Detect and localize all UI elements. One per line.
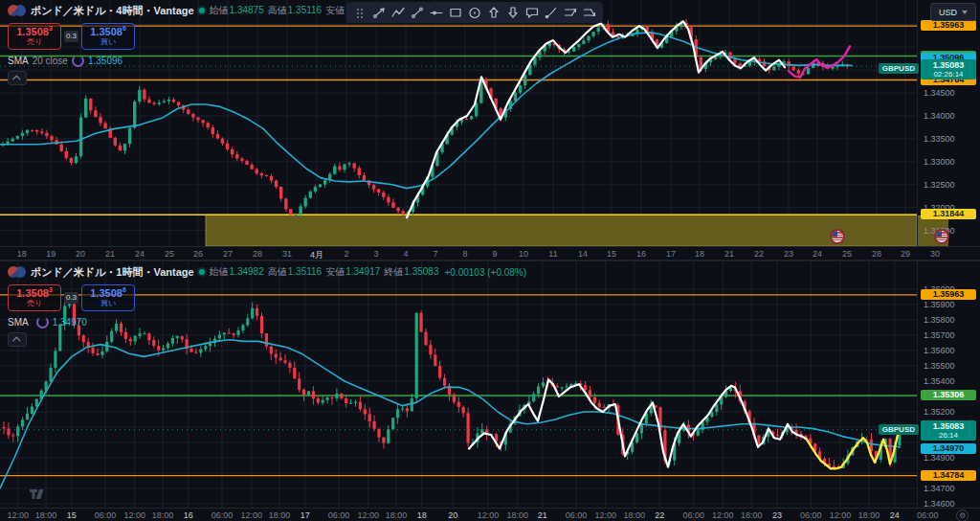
us-flag-event-icon[interactable] xyxy=(936,231,947,242)
time-tick-label: 18 xyxy=(417,510,427,520)
time-tick-label: 22 xyxy=(655,510,664,520)
callout-icon[interactable] xyxy=(523,4,541,21)
time-tick-label: 27 xyxy=(223,249,233,259)
chevron-down-icon xyxy=(962,11,968,14)
us-flag-event-icon[interactable] xyxy=(832,231,843,242)
price-tick-label: 1.32500 xyxy=(924,180,955,190)
price-tick-label: 1.34900 xyxy=(924,453,955,463)
chart-title[interactable]: ポンド／米ドル・4時間・Vantage xyxy=(31,4,194,18)
indicator-legend[interactable]: SMA 1.34970 xyxy=(8,316,526,328)
sell-button[interactable]: 1.35083 売り xyxy=(8,284,61,311)
time-tick-label: 15 xyxy=(67,510,77,520)
buy-button[interactable]: 1.35086 買い xyxy=(81,23,135,50)
time-tick-label: 12:00 xyxy=(594,510,616,520)
time-tick-label: 24 xyxy=(135,249,145,259)
chevron-up-icon xyxy=(12,336,20,344)
last-price-tag: GBPUSD1.3508326:14 xyxy=(921,420,976,441)
time-tick-label: 12:00 xyxy=(7,510,29,520)
spread-value: 0.3 xyxy=(64,31,78,42)
price-tick-label: 1.35200 xyxy=(924,407,955,417)
price-tick-label: 1.35400 xyxy=(924,376,955,386)
buy-button[interactable]: 1.35086 買い xyxy=(81,284,135,311)
time-tick-label: 28 xyxy=(253,249,262,259)
time-tick-label: 30 xyxy=(930,249,940,259)
line-segment-icon[interactable] xyxy=(409,4,426,21)
time-tick-label: 29 xyxy=(901,249,910,259)
time-tick-label: 11 xyxy=(548,249,557,259)
time-tick-label: 12:00 xyxy=(830,510,852,520)
time-tick-label: 18 xyxy=(17,249,27,259)
price-tick-label: 1.33000 xyxy=(924,157,955,167)
time-tick-label: 23 xyxy=(784,249,793,259)
time-tick-label: 18:00 xyxy=(506,510,528,520)
indicator-legend[interactable]: SMA 20 close 1.35096 xyxy=(8,55,526,66)
price-tick-label: 1.34500 xyxy=(924,88,955,98)
horizontal-line-icon[interactable] xyxy=(428,4,445,21)
price-tick-label: 1.34600 xyxy=(924,499,955,509)
time-tick-label: 10 xyxy=(519,249,528,259)
sell-button[interactable]: 1.35083 売り xyxy=(8,23,61,50)
polyline-icon[interactable] xyxy=(390,4,407,21)
price-level-tag: 1.35963 xyxy=(921,289,976,300)
market-status-icon xyxy=(199,8,205,13)
panel-divider[interactable] xyxy=(0,260,980,261)
time-tick-label: 18:00 xyxy=(35,510,57,520)
time-tick-label: 16 xyxy=(184,510,193,520)
price-tick-label: 1.35800 xyxy=(924,315,955,325)
tradingview-logo-icon[interactable] xyxy=(29,487,54,501)
symbol-logo-icon xyxy=(8,5,26,16)
chart-legend: ポンド／米ドル・1時間・Vantage 始値1.34982 高値1.35116 … xyxy=(8,265,526,347)
time-tick-label: 17 xyxy=(301,510,310,520)
time-tick-label: 3 xyxy=(373,249,378,259)
arrow-up-icon[interactable] xyxy=(485,4,502,21)
time-axis[interactable]: ⚙ 12:0018:001506:0012:0018:001606:0012:0… xyxy=(0,508,980,521)
price-tick-label: 1.33500 xyxy=(924,134,955,144)
toolbar-drag-handle[interactable] xyxy=(351,4,368,21)
time-tick-label: 12:00 xyxy=(478,510,500,520)
time-tick-label: 06:00 xyxy=(212,510,234,520)
price-scale[interactable]: 1.345001.340001.335001.330001.325001.320… xyxy=(917,0,980,246)
time-tick-label: 18:00 xyxy=(741,510,763,520)
indicator-loading-icon xyxy=(72,55,84,67)
drawing-toolbar xyxy=(346,2,603,23)
arrow-down-icon[interactable] xyxy=(504,4,522,21)
chart-panel-1h: ⚙ 12:0018:001506:0012:0018:001606:0012:0… xyxy=(0,261,980,521)
long-position-icon[interactable] xyxy=(562,4,579,21)
time-tick-label: 4月 xyxy=(310,249,323,260)
brush-icon[interactable] xyxy=(543,4,560,21)
circle-icon[interactable] xyxy=(466,4,483,21)
spread-value: 0.3 xyxy=(64,292,78,304)
price-level-tag: 1.35306 xyxy=(921,390,976,400)
chart-title[interactable]: ポンド／米ドル・1時間・Vantage xyxy=(31,265,194,280)
ohlc-values: 始値1.34982 高値1.35116 安値1.34917 終値1.35083 … xyxy=(210,265,527,279)
price-scale[interactable]: 1.360001.359001.358001.357001.356001.355… xyxy=(917,261,980,508)
price-tick-label: 1.34000 xyxy=(924,111,955,121)
time-tick-label: 24 xyxy=(890,510,900,520)
rectangle-icon[interactable] xyxy=(447,4,464,21)
price-tick-label: 1.35600 xyxy=(924,346,955,355)
time-tick-label: 12:00 xyxy=(240,510,262,520)
time-tick-label: 06:00 xyxy=(328,510,350,520)
price-tick-label: 1.35900 xyxy=(924,300,955,309)
price-tick-label: 1.34700 xyxy=(924,484,955,493)
time-tick-label: 8 xyxy=(462,249,467,259)
time-tick-label: 06:00 xyxy=(917,510,939,520)
time-axis[interactable]: 181920212425262728314月234789101114151617… xyxy=(0,246,980,260)
time-tick-label: 16 xyxy=(636,249,646,259)
timezone-settings-icon[interactable]: ⚙ xyxy=(956,510,969,521)
time-tick-label: 25 xyxy=(842,249,852,259)
time-tick-label: 06:00 xyxy=(566,510,588,520)
price-level-tag: 1.34970 xyxy=(921,443,976,454)
time-tick-label: 20 xyxy=(448,510,457,520)
collapse-legend-button[interactable] xyxy=(8,71,27,85)
indicator-loading-icon xyxy=(36,316,49,328)
time-tick-label: 18:00 xyxy=(269,510,291,520)
trend-line-icon[interactable] xyxy=(370,4,388,21)
currency-dropdown[interactable]: USD xyxy=(930,3,976,21)
short-position-icon[interactable] xyxy=(581,4,598,21)
trading-app: USD 181920212425262728314月23478910111415… xyxy=(0,0,980,521)
time-tick-label: 22 xyxy=(754,249,764,259)
price-tick-label: 1.35500 xyxy=(924,361,955,371)
collapse-legend-button[interactable] xyxy=(8,332,27,347)
time-tick-label: 24 xyxy=(813,249,822,259)
